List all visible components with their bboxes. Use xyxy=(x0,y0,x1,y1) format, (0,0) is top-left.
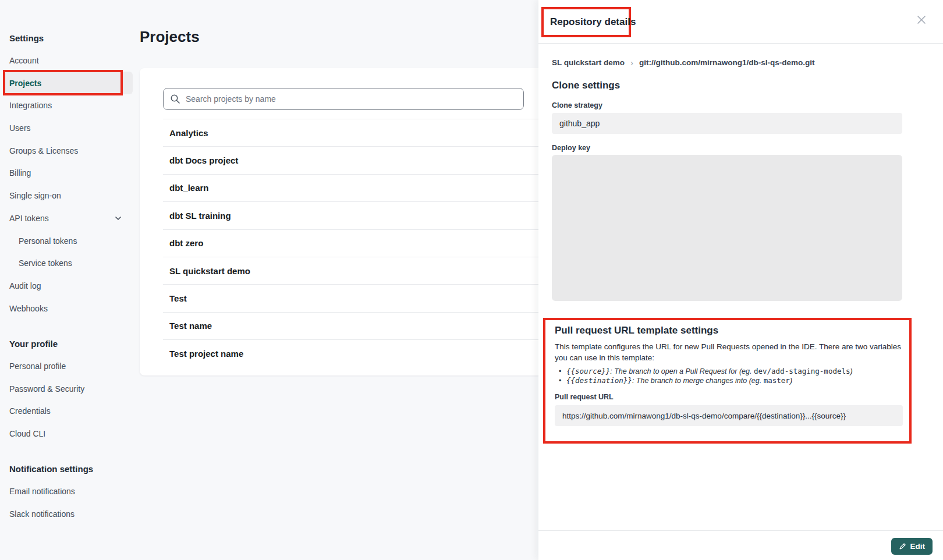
sidebar-item-webhooks[interactable]: Webhooks xyxy=(0,297,133,320)
template-variable-source: {{source}}: The branch to open a Pull Re… xyxy=(555,367,900,376)
pull-request-template-section: Pull request URL template settings This … xyxy=(543,318,912,444)
sidebar-item-personal-tokens[interactable]: Personal tokens xyxy=(0,229,133,252)
clone-strategy-value: github_app xyxy=(552,113,902,134)
repository-details-panel: Repository details SL quickstart demo › … xyxy=(538,0,943,560)
project-row-test-name[interactable]: Test name xyxy=(163,312,559,339)
deploy-key-label: Deploy key xyxy=(552,144,590,152)
sidebar-item-users[interactable]: Users xyxy=(0,117,133,140)
sidebar-item-single-sign-on[interactable]: Single sign-on xyxy=(0,185,133,207)
pull-request-url-label: Pull request URL xyxy=(555,393,900,401)
sidebar-item-slack-notifications[interactable]: Slack notifications xyxy=(0,503,133,526)
breadcrumb: SL quickstart demo › git://github.com/mi… xyxy=(552,58,815,67)
project-row-dbt-sl-training[interactable]: dbt SL training xyxy=(163,201,559,229)
projects-card: Analytics dbt Docs project dbt_learn dbt… xyxy=(140,68,559,375)
panel-header: Repository details xyxy=(538,0,943,44)
sidebar-heading-notification-settings: Notification settings xyxy=(0,458,140,480)
sidebar-item-password-security[interactable]: Password & Security xyxy=(0,377,133,400)
template-variables-list: {{source}}: The branch to open a Pull Re… xyxy=(555,367,900,385)
project-row-dbt-learn[interactable]: dbt_learn xyxy=(163,174,559,201)
search-input[interactable] xyxy=(163,88,524,110)
sidebar-item-groups-licenses[interactable]: Groups & Licenses xyxy=(0,139,133,162)
project-row-analytics[interactable]: Analytics xyxy=(163,119,559,146)
chevron-right-icon: › xyxy=(630,58,633,67)
project-row-test[interactable]: Test xyxy=(163,284,559,311)
sidebar-item-projects[interactable]: Projects xyxy=(5,72,133,94)
deploy-key-redacted-box xyxy=(552,155,902,301)
pull-request-template-heading: Pull request URL template settings xyxy=(555,325,900,336)
app-screen: Settings Account Projects Integrations U… xyxy=(0,0,943,560)
sidebar-item-billing[interactable]: Billing xyxy=(0,162,133,185)
sidebar-item-credentials[interactable]: Credentials xyxy=(0,400,133,423)
sidebar-item-personal-profile[interactable]: Personal profile xyxy=(0,355,133,378)
sidebar-item-cloud-cli[interactable]: Cloud CLI xyxy=(0,423,133,445)
edit-button[interactable]: Edit xyxy=(891,538,933,555)
chevron-down-icon xyxy=(114,214,122,222)
project-row-dbt-zero[interactable]: dbt zero xyxy=(163,229,559,257)
breadcrumb-project-name: SL quickstart demo xyxy=(552,58,625,67)
template-variable-destination: {{destination}}: The branch to merge cha… xyxy=(555,376,900,385)
sidebar-item-api-tokens[interactable]: API tokens xyxy=(0,207,133,230)
pull-request-url-value: https://github.com/mirnawong1/db-sl-qs-d… xyxy=(555,405,903,426)
breadcrumb-repo-url: git://github.com/mirnawong1/db-sl-qs-dem… xyxy=(639,58,814,67)
settings-sidebar: Settings Account Projects Integrations U… xyxy=(0,27,140,525)
project-row-dbt-docs-project[interactable]: dbt Docs project xyxy=(163,146,559,173)
sidebar-item-account[interactable]: Account xyxy=(0,49,133,72)
projects-list: Analytics dbt Docs project dbt_learn dbt… xyxy=(163,119,559,367)
annotation-box-repository-details: Repository details xyxy=(541,7,631,37)
page-title: Projects xyxy=(140,28,200,46)
sidebar-heading-settings: Settings xyxy=(0,27,140,49)
pull-request-template-description: This template configures the URL for new… xyxy=(555,341,903,363)
close-icon[interactable] xyxy=(915,13,928,26)
sidebar-item-email-notifications[interactable]: Email notifications xyxy=(0,480,133,503)
sidebar-item-service-tokens[interactable]: Service tokens xyxy=(0,252,133,275)
edit-button-label: Edit xyxy=(910,542,926,551)
project-row-test-project-name[interactable]: Test project name xyxy=(163,339,559,367)
sidebar-item-label: API tokens xyxy=(9,214,49,223)
sidebar-item-audit-log[interactable]: Audit log xyxy=(0,275,133,297)
pencil-icon xyxy=(899,543,906,550)
panel-title: Repository details xyxy=(544,16,636,28)
clone-settings-heading: Clone settings xyxy=(552,80,620,91)
search-icon xyxy=(170,94,180,104)
sidebar-item-integrations[interactable]: Integrations xyxy=(0,94,133,117)
clone-strategy-label: Clone strategy xyxy=(552,101,602,109)
panel-footer: Edit xyxy=(538,530,943,560)
sidebar-heading-your-profile: Your profile xyxy=(0,332,140,355)
project-row-sl-quickstart-demo[interactable]: SL quickstart demo xyxy=(163,257,559,284)
